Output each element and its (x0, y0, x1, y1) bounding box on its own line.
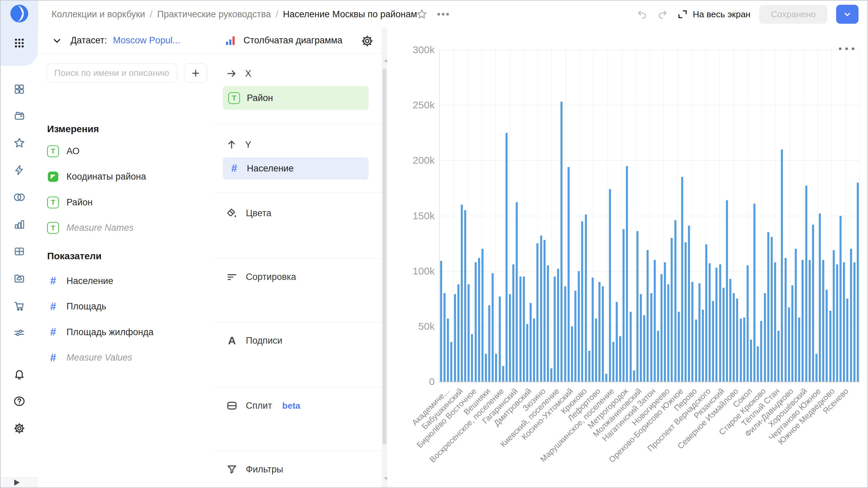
bar[interactable] (533, 319, 535, 382)
bar[interactable] (688, 226, 690, 382)
bar[interactable] (530, 303, 532, 382)
bar[interactable] (595, 319, 597, 382)
bar[interactable] (450, 342, 452, 382)
widgets-icon[interactable] (14, 83, 25, 95)
measure-field-Население[interactable]: #Население (47, 272, 113, 290)
bar[interactable] (757, 346, 759, 382)
bar[interactable] (623, 229, 625, 382)
dimension-field-АО[interactable]: TАО (47, 142, 79, 160)
bar[interactable] (581, 221, 583, 382)
bar[interactable] (568, 167, 570, 382)
bar[interactable] (461, 205, 463, 382)
bar[interactable] (791, 285, 793, 382)
dimension-field-Район[interactable]: TРайон (47, 194, 93, 211)
bar[interactable] (526, 324, 528, 382)
bar[interactable] (536, 243, 538, 382)
bar[interactable] (588, 351, 590, 382)
bar[interactable] (802, 260, 804, 382)
bar[interactable] (819, 214, 821, 382)
bar[interactable] (829, 311, 831, 382)
bar[interactable] (843, 262, 845, 382)
redo-icon[interactable] (657, 8, 668, 20)
bar[interactable] (667, 284, 669, 382)
bar[interactable] (736, 299, 738, 382)
bar[interactable] (512, 264, 514, 382)
measure-field-Площадь[interactable]: #Площадь (47, 298, 106, 316)
bar[interactable] (660, 274, 663, 382)
bar[interactable] (564, 286, 566, 382)
bar[interactable] (657, 331, 659, 382)
star-icon[interactable] (13, 137, 25, 149)
bar[interactable] (560, 102, 563, 382)
datalens-logo[interactable] (9, 4, 29, 23)
bar[interactable] (795, 249, 797, 382)
bar[interactable] (578, 271, 580, 382)
bar[interactable] (640, 294, 642, 382)
bar[interactable] (605, 374, 607, 382)
bar[interactable] (612, 342, 614, 382)
bar[interactable] (475, 262, 477, 382)
bar[interactable] (630, 312, 632, 382)
sorting-section[interactable]: Сортировка (226, 268, 296, 286)
bar[interactable] (654, 260, 656, 382)
y-axis-chip-naselenie[interactable]: # Население (223, 157, 369, 180)
bar[interactable] (464, 210, 466, 382)
measure-field-Площадь жилфонда[interactable]: #Площадь жилфонда (47, 323, 154, 341)
favorite-star-icon[interactable] (416, 8, 428, 20)
save-button[interactable]: Сохранено (759, 5, 827, 24)
bar[interactable] (616, 302, 618, 382)
bar[interactable] (478, 258, 480, 382)
bar[interactable] (571, 326, 573, 382)
collections-icon[interactable] (13, 110, 25, 122)
bar[interactable] (554, 277, 556, 382)
bar[interactable] (833, 250, 835, 382)
bar[interactable] (853, 262, 855, 382)
bar[interactable] (812, 225, 814, 382)
bar[interactable] (440, 261, 442, 382)
bar[interactable] (454, 294, 456, 382)
bar[interactable] (781, 149, 783, 382)
bar[interactable] (550, 368, 552, 382)
bar[interactable] (671, 238, 673, 382)
chevron-down-icon[interactable] (52, 35, 62, 46)
bar[interactable] (447, 319, 449, 382)
bar[interactable] (764, 293, 766, 382)
bar[interactable] (836, 264, 838, 382)
dimension-field-Коодинаты района[interactable]: Коодинаты района (47, 168, 146, 186)
save-dropdown-button[interactable] (836, 5, 859, 24)
question-circle-icon[interactable] (13, 395, 25, 407)
apps-grid-icon[interactable] (14, 37, 25, 49)
bar[interactable] (523, 277, 525, 382)
bar[interactable] (547, 265, 549, 382)
gear-icon[interactable] (13, 422, 25, 434)
search-input[interactable] (46, 63, 177, 83)
bar[interactable] (574, 291, 576, 382)
x-axis-chip-rayon[interactable]: T Район (223, 86, 369, 110)
add-field-button[interactable] (184, 63, 207, 83)
bar[interactable] (592, 278, 594, 382)
lightning-icon[interactable] (14, 164, 25, 176)
bar[interactable] (664, 262, 666, 382)
bar[interactable] (502, 366, 504, 382)
bar[interactable] (846, 299, 848, 382)
bar[interactable] (540, 236, 542, 382)
bar[interactable] (602, 286, 604, 382)
bar[interactable] (647, 250, 649, 382)
bar[interactable] (457, 284, 459, 382)
bar[interactable] (747, 265, 749, 382)
bar[interactable] (857, 183, 859, 382)
sliders-icon[interactable] (13, 327, 25, 339)
bar[interactable] (743, 318, 745, 382)
bar[interactable] (771, 237, 773, 382)
bar[interactable] (509, 294, 511, 382)
bar[interactable] (798, 318, 800, 382)
bar[interactable] (826, 290, 828, 382)
bar[interactable] (850, 249, 852, 382)
bar[interactable] (544, 240, 546, 382)
bar[interactable] (585, 215, 587, 382)
bar[interactable] (698, 283, 701, 382)
cart-icon[interactable] (13, 300, 25, 312)
bar[interactable] (681, 177, 683, 382)
bar[interactable] (488, 305, 490, 382)
bar[interactable] (506, 133, 508, 382)
